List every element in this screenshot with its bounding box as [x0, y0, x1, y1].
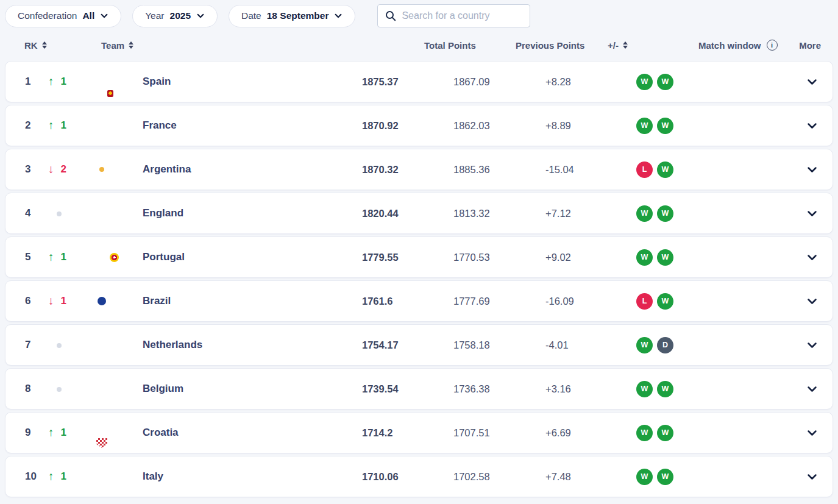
team-name[interactable]: England — [143, 207, 183, 219]
date-filter-label: Date — [241, 10, 261, 21]
rankings-table-body: 1 ↑1 ↓1 Spain 1875.37 1867.09 +8.28 WW 2… — [5, 61, 833, 497]
match-result-badge: W — [657, 249, 673, 266]
table-row[interactable]: 4 ↑ ↓ England 1820.44 1813.32 +7.12 WW — [5, 193, 833, 234]
rank-number: 7 — [25, 339, 30, 350]
year-filter-label: Year — [145, 10, 164, 21]
table-row[interactable]: 3 ↑2 ↓2 Argentina 1870.32 1885.36 -15.04… — [5, 149, 833, 190]
total-points-value: 1761.6 — [362, 296, 392, 307]
header-diff: +/- — [608, 40, 698, 51]
previous-points-value: 1867.09 — [453, 76, 490, 87]
points-diff-value: -16.09 — [545, 296, 574, 307]
match-result-badge: W — [657, 469, 673, 485]
chevron-down-icon — [806, 427, 818, 439]
expand-row-button[interactable] — [804, 337, 820, 353]
table-row[interactable]: 1 ↑1 ↓1 Spain 1875.37 1867.09 +8.28 WW — [5, 61, 833, 102]
team-name[interactable]: Spain — [143, 76, 171, 87]
expand-row-button[interactable] — [804, 205, 820, 222]
table-row[interactable]: 10 ↑1 ↓1 Italy 1710.06 1702.58 +7.48 WW — [5, 456, 833, 497]
team-name[interactable]: Belgium — [143, 383, 183, 394]
chevron-down-icon — [806, 339, 818, 351]
table-row[interactable]: 6 ↑1 ↓1 Brazil 1761.6 1777.69 -16.09 LW — [5, 280, 833, 322]
rank-up-indicator: ↑1 — [48, 251, 66, 263]
match-result-badge: W — [636, 469, 653, 485]
rankings-page: Confederation All Year 2025 Date 18 Sept… — [0, 0, 838, 497]
team-name[interactable]: Portugal — [143, 251, 185, 263]
previous-points-value: 1862.03 — [453, 120, 490, 131]
expand-row-button[interactable] — [804, 249, 820, 266]
table-row[interactable]: 5 ↑1 ↓1 Portugal 1779.55 1770.53 +9.02 W… — [5, 236, 833, 278]
info-icon[interactable]: i — [767, 40, 778, 51]
search-icon — [385, 10, 396, 21]
year-filter-dropdown[interactable]: Year 2025 — [132, 5, 218, 27]
previous-points-value: 1770.53 — [453, 252, 490, 263]
match-result-badge: W — [636, 249, 653, 266]
team-name[interactable]: France — [143, 119, 177, 131]
team-name[interactable]: Argentina — [143, 163, 191, 175]
year-filter-value: 2025 — [170, 10, 191, 21]
total-points-value: 1754.17 — [362, 339, 399, 350]
header-team: Team — [101, 40, 424, 51]
chevron-down-icon — [100, 12, 108, 20]
match-result-badge: W — [636, 205, 653, 222]
header-total-points: Total Points — [424, 40, 516, 51]
total-points-value: 1739.54 — [362, 383, 399, 394]
rank-number: 9 — [25, 427, 30, 438]
match-result-badge: W — [636, 337, 653, 353]
table-row[interactable]: 9 ↑1 ↓1 Croatia 1714.2 1707.51 +6.69 WW — [5, 412, 833, 453]
match-result-badge: W — [636, 381, 653, 397]
search-input[interactable] — [402, 10, 522, 21]
team-name[interactable]: Brazil — [143, 295, 171, 307]
match-result-badge: W — [636, 425, 653, 441]
chevron-down-icon — [806, 76, 818, 88]
team-name[interactable]: Croatia — [143, 427, 179, 438]
expand-row-button[interactable] — [804, 469, 820, 485]
match-window-badges: WW — [636, 74, 791, 90]
expand-row-button[interactable] — [804, 293, 820, 310]
total-points-value: 1710.06 — [362, 471, 399, 482]
match-window-badges: WW — [636, 249, 791, 266]
rank-number: 3 — [25, 163, 30, 175]
confederation-filter-dropdown[interactable]: Confederation All — [5, 5, 121, 27]
sort-rank-icon[interactable] — [42, 41, 47, 49]
expand-row-button[interactable] — [804, 425, 820, 441]
team-name[interactable]: Italy — [143, 470, 163, 482]
team-name[interactable]: Netherlands — [143, 339, 202, 350]
arrow-down-icon: ↓ — [48, 295, 54, 307]
arrow-up-icon: ↑ — [48, 427, 54, 438]
table-row[interactable]: 2 ↑1 ↓1 France 1870.92 1862.03 +8.89 WW — [5, 105, 833, 146]
match-window-badges: WW — [636, 425, 791, 441]
table-row[interactable]: 7 ↑ ↓ Netherlands 1754.17 1758.18 -4.01 … — [5, 324, 833, 366]
rank-up-indicator: ↑1 — [48, 119, 66, 132]
match-result-badge: L — [636, 293, 653, 310]
rank-change-cell: ↑ ↓ — [48, 208, 102, 219]
chevron-down-icon — [806, 296, 818, 307]
match-result-badge: W — [657, 74, 673, 90]
expand-row-button[interactable] — [804, 161, 820, 178]
rank-change-cell: ↑1 ↓1 — [48, 295, 102, 308]
sort-team-icon[interactable] — [129, 41, 133, 49]
total-points-value: 1870.92 — [362, 120, 399, 131]
points-diff-value: +9.02 — [545, 252, 571, 263]
points-diff-value: +3.16 — [545, 383, 571, 394]
chevron-down-icon — [806, 120, 818, 132]
sort-diff-icon[interactable] — [623, 41, 628, 49]
match-result-badge: D — [657, 337, 673, 353]
previous-points-value: 1777.69 — [453, 296, 490, 307]
chevron-down-icon — [806, 208, 818, 219]
match-result-badge: W — [657, 381, 673, 397]
rank-number: 8 — [25, 383, 30, 394]
expand-row-button[interactable] — [804, 118, 820, 134]
match-window-badges: LW — [636, 161, 791, 178]
header-rank: RK — [15, 40, 48, 51]
chevron-down-icon — [806, 471, 818, 483]
chevron-down-icon — [334, 12, 343, 20]
expand-row-button[interactable] — [804, 381, 820, 397]
previous-points-value: 1758.18 — [453, 339, 490, 350]
expand-row-button[interactable] — [804, 74, 820, 90]
date-filter-dropdown[interactable]: Date 18 September — [229, 5, 355, 27]
rank-number: 2 — [25, 119, 30, 131]
header-diff-label: +/- — [608, 40, 619, 51]
table-row[interactable]: 8 ↑ ↓ Belgium 1739.54 1736.38 +3.16 WW — [5, 368, 833, 410]
total-points-value: 1870.32 — [362, 164, 399, 175]
previous-points-value: 1736.38 — [453, 383, 490, 394]
